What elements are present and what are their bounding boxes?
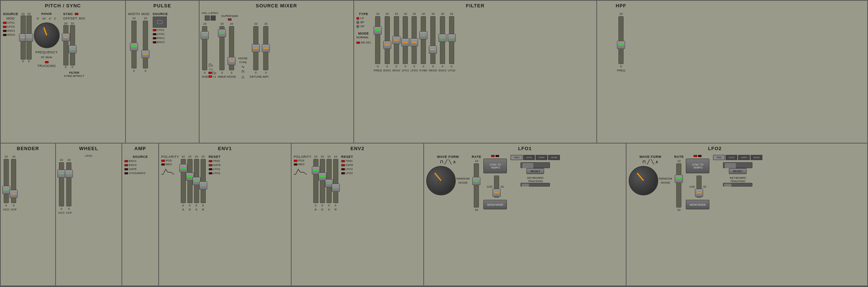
- bp-option[interactable]: BP: [356, 21, 371, 24]
- env2-gate-led[interactable]: [341, 164, 345, 166]
- filter-env2-handle[interactable]: [392, 36, 401, 44]
- hpf-freq-handle[interactable]: [617, 41, 625, 49]
- lfo1-led[interactable]: [3, 22, 7, 24]
- supersaw-led[interactable]: [228, 18, 232, 21]
- lfo1-mono-btn[interactable]: MONO MODE: [483, 200, 507, 209]
- env2-led[interactable]: [3, 34, 7, 36]
- pitch-fader2[interactable]: [27, 15, 32, 60]
- filter-reso-handle[interactable]: [429, 46, 437, 54]
- env1-a-fader[interactable]: [181, 159, 186, 203]
- lp-radio[interactable]: [356, 17, 359, 20]
- lfo1-reset-btn[interactable]: RESET: [526, 168, 544, 174]
- noise-fader[interactable]: [229, 26, 234, 70]
- bender-vco-handle[interactable]: [2, 186, 10, 194]
- lfo2-reset-btn[interactable]: RESET: [729, 168, 747, 174]
- filter-lfo1-fader[interactable]: [403, 16, 408, 64]
- noise-type-1[interactable]: ∿: [241, 65, 244, 69]
- bender-vcf-handle[interactable]: [10, 190, 18, 198]
- wheel-vcf-fader[interactable]: [66, 162, 71, 206]
- filter-env1-handle[interactable]: [383, 41, 391, 49]
- pitch-knob[interactable]: [34, 22, 60, 48]
- lfo2-mono-btn[interactable]: MONO MODE: [686, 200, 709, 209]
- wheel-vco-handle[interactable]: [57, 170, 66, 178]
- sub-wave-red1[interactable]: [208, 72, 212, 74]
- env2-trig-led[interactable]: [341, 160, 345, 162]
- env1-d-fader[interactable]: [187, 159, 193, 203]
- lfo2-gate-btn[interactable]: GATE: [726, 155, 737, 160]
- sub-fader-handle[interactable]: [201, 31, 209, 39]
- pulse-width-handle[interactable]: [130, 43, 138, 51]
- filter-env2-fader[interactable]: [394, 16, 399, 64]
- amt-fader-handle[interactable]: [262, 44, 270, 52]
- detune-fader-handle[interactable]: [252, 44, 260, 52]
- bender-vco-fader[interactable]: [4, 159, 9, 203]
- lfo2-wave-saw[interactable]: ╱: [647, 159, 650, 164]
- env2-r-handle[interactable]: [332, 184, 340, 192]
- filter-lfo2-fader[interactable]: [412, 16, 417, 64]
- bp-radio[interactable]: [356, 21, 359, 24]
- env2-s-fader[interactable]: [327, 159, 332, 203]
- pulse-lfo1-led[interactable]: [153, 29, 156, 31]
- filter-env2b-fader[interactable]: [440, 16, 445, 64]
- lfo1-wave-square[interactable]: ⊓: [440, 159, 443, 164]
- sub-wave-1[interactable]: ∏₁: [208, 63, 216, 67]
- hp-option[interactable]: HP: [356, 25, 371, 28]
- sub-wave-2[interactable]: ∩₁: [208, 67, 216, 71]
- filter-lfo1-handle[interactable]: [401, 38, 409, 46]
- lfo2-led[interactable]: [3, 26, 7, 28]
- pitch-fader2-handle[interactable]: [25, 33, 33, 42]
- offset-fader[interactable]: [63, 25, 68, 65]
- lfo1-sync-led2[interactable]: [495, 155, 499, 157]
- amp-env1-led[interactable]: [124, 160, 128, 162]
- amt-fader[interactable]: [263, 26, 268, 70]
- filter-lfo2-handle[interactable]: [410, 38, 418, 46]
- sub-wave-n1[interactable]: ∏₂: [212, 71, 216, 75]
- wheel-vco-fader[interactable]: [59, 162, 64, 206]
- hp-radio[interactable]: [356, 25, 359, 28]
- env1-a-handle[interactable]: [179, 164, 187, 172]
- offset-fader-handle[interactable]: [62, 33, 70, 41]
- env1-r-fader[interactable]: [201, 159, 206, 203]
- env1-gate-led[interactable]: [209, 164, 212, 166]
- lfo2-wave-ramp[interactable]: ╲: [651, 159, 654, 164]
- filter-reso-fader[interactable]: [430, 16, 435, 64]
- normal-mode[interactable]: NORMAL: [356, 36, 371, 39]
- env2-r-fader[interactable]: [333, 159, 338, 203]
- env2-d-fader[interactable]: [320, 159, 325, 203]
- lfo2-rate-handle[interactable]: [675, 175, 683, 183]
- env1-pos-led[interactable]: [161, 160, 165, 162]
- lfo1-sync-tempo-btn[interactable]: SYNC TO TEMPO: [483, 159, 507, 173]
- lfo2-sync-led2[interactable]: [698, 155, 702, 157]
- filter-kybd-fader[interactable]: [421, 16, 426, 64]
- env1-s-fader[interactable]: [194, 159, 199, 203]
- sync-led[interactable]: [75, 13, 78, 15]
- lfo2-wave-tri[interactable]: ∧: [655, 159, 659, 164]
- pulse-mod-handle[interactable]: [141, 50, 149, 58]
- hpf-freq-fader[interactable]: [618, 16, 624, 64]
- env1-lfo2-reset-led[interactable]: [209, 172, 212, 174]
- filter-kybd-handle[interactable]: [419, 31, 427, 39]
- pulse-width-fader[interactable]: [131, 21, 137, 68]
- lfo1-div-handle[interactable]: [493, 189, 501, 197]
- sh101-mode[interactable]: SH-101: [361, 41, 371, 44]
- amp-gate-led[interactable]: [124, 168, 128, 170]
- lfo2-div-handle[interactable]: [695, 189, 703, 197]
- tracking-led[interactable]: [45, 61, 49, 63]
- lfo1-gate-btn[interactable]: GATE: [523, 155, 535, 160]
- mix-fader-handle[interactable]: [68, 45, 77, 53]
- lfo2-waveform-knob[interactable]: [629, 166, 658, 195]
- lfo1-arpe-btn[interactable]: ARPE: [536, 155, 547, 160]
- filter-lfo2b-fader[interactable]: [449, 16, 454, 64]
- lfo2-sync-led[interactable]: [694, 155, 697, 157]
- filter-freq-fader[interactable]: [375, 16, 380, 64]
- lfo1-wave-tri[interactable]: ∧: [453, 159, 456, 164]
- noise-type-3[interactable]: △: [241, 74, 244, 78]
- sub-fader[interactable]: [202, 26, 207, 70]
- lfo2-kbd-tracking-slider[interactable]: [723, 183, 752, 187]
- lp-option[interactable]: LP: [356, 17, 371, 20]
- filter-env1-fader[interactable]: [385, 16, 390, 64]
- env1-led[interactable]: [3, 30, 7, 32]
- lfo1-reset-slider[interactable]: [521, 162, 550, 168]
- wave-fader[interactable]: [219, 26, 225, 70]
- env1-lfo1-reset-led[interactable]: [209, 168, 212, 170]
